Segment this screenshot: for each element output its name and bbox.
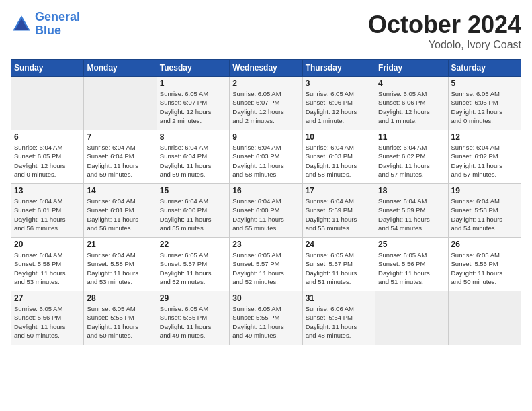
- day-info: Sunrise: 6:05 AM Sunset: 5:57 PM Dayligh…: [160, 250, 226, 286]
- day-info: Sunrise: 6:05 AM Sunset: 5:56 PM Dayligh…: [451, 250, 518, 286]
- calendar-week-1: 1Sunrise: 6:05 AM Sunset: 6:07 PM Daylig…: [11, 77, 521, 130]
- day-info: Sunrise: 6:05 AM Sunset: 5:55 PM Dayligh…: [160, 304, 226, 340]
- day-number: 1: [160, 79, 226, 88]
- day-info: Sunrise: 6:04 AM Sunset: 5:58 PM Dayligh…: [451, 197, 518, 232]
- day-number: 9: [232, 132, 299, 142]
- calendar-cell: 1Sunrise: 6:05 AM Sunset: 6:07 PM Daylig…: [157, 77, 229, 130]
- day-info: Sunrise: 6:05 AM Sunset: 5:56 PM Dayligh…: [14, 304, 81, 340]
- day-number: 15: [160, 186, 226, 195]
- day-info: Sunrise: 6:05 AM Sunset: 5:55 PM Dayligh…: [87, 304, 153, 340]
- day-info: Sunrise: 6:04 AM Sunset: 6:01 PM Dayligh…: [14, 197, 81, 232]
- day-number: 11: [378, 132, 445, 142]
- calendar-cell: 25Sunrise: 6:05 AM Sunset: 5:56 PM Dayli…: [375, 238, 448, 291]
- calendar-table: SundayMondayTuesdayWednesdayThursdayFrid…: [11, 59, 521, 345]
- day-info: Sunrise: 6:05 AM Sunset: 6:06 PM Dayligh…: [306, 89, 372, 125]
- calendar-cell: [11, 77, 84, 130]
- calendar-cell: 6Sunrise: 6:04 AM Sunset: 6:05 PM Daylig…: [11, 130, 84, 184]
- day-number: 27: [14, 293, 81, 303]
- calendar-cell: 22Sunrise: 6:05 AM Sunset: 5:57 PM Dayli…: [157, 238, 229, 291]
- day-info: Sunrise: 6:06 AM Sunset: 5:54 PM Dayligh…: [306, 304, 372, 340]
- day-number: 14: [87, 186, 153, 195]
- day-info: Sunrise: 6:05 AM Sunset: 6:05 PM Dayligh…: [451, 89, 518, 125]
- calendar-cell: 19Sunrise: 6:04 AM Sunset: 5:58 PM Dayli…: [448, 184, 521, 238]
- day-info: Sunrise: 6:04 AM Sunset: 5:59 PM Dayligh…: [306, 197, 372, 232]
- day-number: 21: [87, 240, 153, 249]
- calendar-cell: 12Sunrise: 6:04 AM Sunset: 6:02 PM Dayli…: [448, 130, 521, 184]
- calendar-cell: 31Sunrise: 6:06 AM Sunset: 5:54 PM Dayli…: [302, 291, 375, 345]
- page-header: General Blue October 2024 Yodolo, Ivory …: [11, 11, 521, 51]
- calendar-title: October 2024: [368, 11, 521, 39]
- day-number: 17: [306, 186, 372, 195]
- day-number: 18: [378, 186, 445, 195]
- day-number: 30: [232, 293, 299, 303]
- day-number: 20: [14, 240, 81, 249]
- day-number: 8: [160, 132, 226, 142]
- day-number: 19: [451, 186, 518, 195]
- day-info: Sunrise: 6:04 AM Sunset: 6:03 PM Dayligh…: [232, 143, 299, 179]
- day-number: 6: [14, 132, 81, 142]
- calendar-header: SundayMondayTuesdayWednesdayThursdayFrid…: [11, 60, 521, 77]
- day-info: Sunrise: 6:04 AM Sunset: 6:05 PM Dayligh…: [14, 143, 81, 179]
- header-sunday: Sunday: [11, 60, 84, 77]
- header-row: SundayMondayTuesdayWednesdayThursdayFrid…: [11, 60, 521, 77]
- day-number: 3: [306, 79, 372, 88]
- day-number: 2: [232, 79, 299, 88]
- day-number: 5: [451, 79, 518, 88]
- calendar-cell: [375, 291, 448, 345]
- day-number: 7: [87, 132, 153, 142]
- title-block: October 2024 Yodolo, Ivory Coast: [368, 11, 521, 51]
- calendar-cell: 18Sunrise: 6:04 AM Sunset: 5:59 PM Dayli…: [375, 184, 448, 238]
- day-number: 25: [378, 240, 445, 249]
- day-info: Sunrise: 6:04 AM Sunset: 6:04 PM Dayligh…: [87, 143, 153, 179]
- calendar-cell: 28Sunrise: 6:05 AM Sunset: 5:55 PM Dayli…: [84, 291, 157, 345]
- calendar-week-4: 20Sunrise: 6:04 AM Sunset: 5:58 PM Dayli…: [11, 238, 521, 291]
- day-info: Sunrise: 6:05 AM Sunset: 5:55 PM Dayligh…: [232, 304, 299, 340]
- day-info: Sunrise: 6:04 AM Sunset: 5:58 PM Dayligh…: [14, 250, 81, 286]
- day-info: Sunrise: 6:04 AM Sunset: 6:02 PM Dayligh…: [378, 143, 445, 179]
- calendar-cell: 21Sunrise: 6:04 AM Sunset: 5:58 PM Dayli…: [84, 238, 157, 291]
- calendar-cell: 3Sunrise: 6:05 AM Sunset: 6:06 PM Daylig…: [302, 77, 375, 130]
- calendar-cell: 30Sunrise: 6:05 AM Sunset: 5:55 PM Dayli…: [230, 291, 302, 345]
- day-info: Sunrise: 6:04 AM Sunset: 6:01 PM Dayligh…: [87, 197, 153, 232]
- day-number: 13: [14, 186, 81, 195]
- day-info: Sunrise: 6:04 AM Sunset: 6:00 PM Dayligh…: [232, 197, 299, 232]
- calendar-cell: 15Sunrise: 6:04 AM Sunset: 6:00 PM Dayli…: [157, 184, 229, 238]
- header-saturday: Saturday: [448, 60, 521, 77]
- calendar-cell: 29Sunrise: 6:05 AM Sunset: 5:55 PM Dayli…: [157, 291, 229, 345]
- calendar-cell: 16Sunrise: 6:04 AM Sunset: 6:00 PM Dayli…: [230, 184, 302, 238]
- calendar-cell: 4Sunrise: 6:05 AM Sunset: 6:06 PM Daylig…: [375, 77, 448, 130]
- day-info: Sunrise: 6:04 AM Sunset: 6:00 PM Dayligh…: [160, 197, 226, 232]
- logo-text: General Blue: [35, 11, 80, 38]
- calendar-body: 1Sunrise: 6:05 AM Sunset: 6:07 PM Daylig…: [11, 77, 521, 345]
- calendar-cell: 13Sunrise: 6:04 AM Sunset: 6:01 PM Dayli…: [11, 184, 84, 238]
- day-number: 31: [306, 293, 372, 303]
- calendar-cell: 20Sunrise: 6:04 AM Sunset: 5:58 PM Dayli…: [11, 238, 84, 291]
- day-number: 23: [232, 240, 299, 249]
- calendar-cell: 5Sunrise: 6:05 AM Sunset: 6:05 PM Daylig…: [448, 77, 521, 130]
- header-wednesday: Wednesday: [230, 60, 302, 77]
- calendar-cell: [84, 77, 157, 130]
- calendar-cell: 10Sunrise: 6:04 AM Sunset: 6:03 PM Dayli…: [302, 130, 375, 184]
- calendar-cell: 11Sunrise: 6:04 AM Sunset: 6:02 PM Dayli…: [375, 130, 448, 184]
- calendar-cell: 24Sunrise: 6:05 AM Sunset: 5:57 PM Dayli…: [302, 238, 375, 291]
- day-info: Sunrise: 6:05 AM Sunset: 5:56 PM Dayligh…: [378, 250, 445, 286]
- day-info: Sunrise: 6:04 AM Sunset: 5:59 PM Dayligh…: [378, 197, 445, 232]
- day-number: 12: [451, 132, 518, 142]
- day-info: Sunrise: 6:04 AM Sunset: 6:04 PM Dayligh…: [160, 143, 226, 179]
- day-number: 29: [160, 293, 226, 303]
- day-info: Sunrise: 6:05 AM Sunset: 6:06 PM Dayligh…: [378, 89, 445, 125]
- calendar-location: Yodolo, Ivory Coast: [368, 39, 521, 51]
- day-number: 26: [451, 240, 518, 249]
- day-number: 16: [232, 186, 299, 195]
- day-info: Sunrise: 6:05 AM Sunset: 5:57 PM Dayligh…: [306, 250, 372, 286]
- day-number: 10: [306, 132, 372, 142]
- header-friday: Friday: [375, 60, 448, 77]
- calendar-cell: 23Sunrise: 6:05 AM Sunset: 5:57 PM Dayli…: [230, 238, 302, 291]
- day-info: Sunrise: 6:05 AM Sunset: 6:07 PM Dayligh…: [160, 89, 226, 125]
- day-number: 28: [87, 293, 153, 303]
- calendar-week-2: 6Sunrise: 6:04 AM Sunset: 6:05 PM Daylig…: [11, 130, 521, 184]
- calendar-cell: 9Sunrise: 6:04 AM Sunset: 6:03 PM Daylig…: [230, 130, 302, 184]
- day-number: 24: [306, 240, 372, 249]
- header-monday: Monday: [84, 60, 157, 77]
- calendar-cell: 26Sunrise: 6:05 AM Sunset: 5:56 PM Dayli…: [448, 238, 521, 291]
